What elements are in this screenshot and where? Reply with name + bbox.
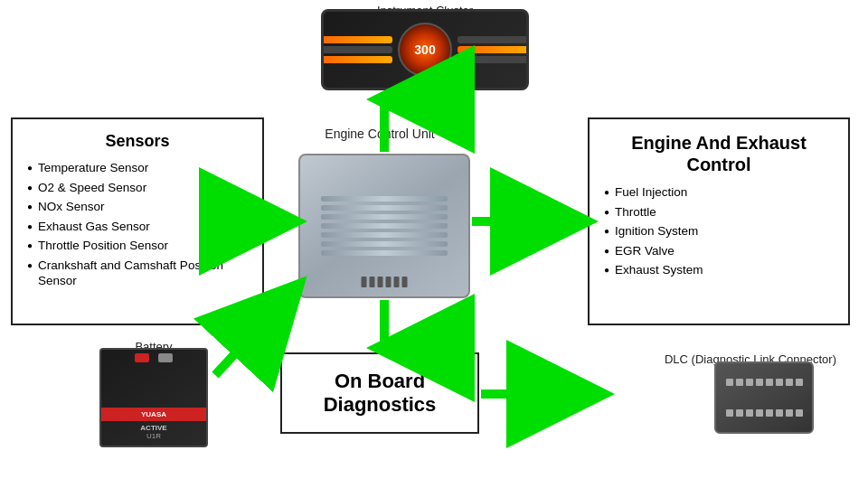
ecu-connector: [362, 277, 408, 287]
ecu-fin: [321, 223, 448, 229]
obd-box: On Board Diagnostics: [280, 352, 479, 434]
list-item: Fuel Injection: [604, 184, 834, 201]
battery-image: YUASA ACTIVE U1R: [99, 348, 208, 447]
connector-pin: [370, 277, 375, 287]
dlc-pin: [786, 379, 793, 386]
list-item: Exhaust Gas Sensor: [27, 219, 248, 235]
cluster-bar: [321, 36, 392, 43]
dlc-pin: [776, 409, 783, 417]
dlc-pin: [786, 409, 793, 417]
engine-exhaust-title: Engine And Exhaust Control: [604, 132, 834, 175]
dlc-pin: [746, 409, 753, 417]
dlc-pin: [776, 379, 783, 386]
instrument-cluster-image: 300: [321, 9, 529, 90]
speedometer-gauge: 300: [398, 23, 452, 77]
list-item: NOx Sensor: [27, 199, 248, 215]
dlc-pin: [736, 409, 743, 417]
ecu-fin: [321, 196, 448, 202]
dlc-pin: [746, 379, 753, 386]
battery-terminals: [135, 350, 173, 362]
cluster-bar: [321, 46, 392, 53]
diagram-container: Instrument Cluster 300 Sensors Temperatu…: [0, 0, 868, 488]
dlc-image: [714, 361, 814, 434]
sensors-title: Sensors: [27, 132, 248, 151]
ecu-fins: [321, 196, 448, 256]
dlc-pin: [766, 409, 773, 417]
connector-pin: [378, 277, 383, 287]
list-item: EGR Valve: [604, 243, 834, 259]
cluster-bar: [458, 46, 529, 53]
battery-series: ACTIVE: [140, 424, 166, 432]
dlc-pin: [796, 409, 803, 417]
connector-pin: [394, 277, 400, 287]
engine-exhaust-list: Fuel Injection Throttle Ignition System …: [604, 184, 834, 278]
connector-pin: [402, 277, 408, 287]
cluster-bar: [458, 56, 529, 63]
battery-model: U1R: [146, 432, 161, 440]
ecu-fin: [321, 250, 448, 256]
engine-exhaust-box: Engine And Exhaust Control Fuel Injectio…: [588, 117, 850, 325]
dlc-pin: [756, 409, 763, 417]
ecu-fin: [321, 214, 448, 220]
dlc-pin: [766, 379, 773, 386]
sensors-list: Temperature Sensor O2 & Speed Sensor NOx…: [27, 160, 248, 289]
ecu-fin: [321, 205, 448, 211]
list-item: Throttle: [604, 204, 834, 221]
list-item: Crankshaft and Camshaft Position Sensor: [27, 258, 248, 289]
ecu-label: Engine Control Unit: [298, 127, 461, 141]
cluster-bar: [321, 56, 392, 63]
dlc-pin: [756, 379, 763, 386]
sensors-box: Sensors Temperature Sensor O2 & Speed Se…: [11, 117, 264, 325]
list-item: Exhaust System: [604, 262, 834, 278]
obd-title: On Board Diagnostics: [282, 370, 477, 418]
ecu-fin: [321, 232, 448, 238]
cluster-bar: [458, 36, 529, 43]
connector-pin: [386, 277, 392, 287]
dlc-pin: [726, 379, 733, 386]
battery-brand: YUASA: [101, 408, 206, 421]
negative-terminal: [158, 353, 173, 362]
gauge-value: 300: [414, 42, 435, 57]
list-item: O2 & Speed Sensor: [27, 180, 248, 196]
connector-pin: [362, 277, 367, 287]
list-item: Throttle Position Sensor: [27, 238, 248, 254]
positive-terminal: [135, 353, 149, 362]
ecu-fin: [321, 241, 448, 247]
list-item: Temperature Sensor: [27, 160, 248, 176]
ecu-image: [298, 154, 470, 298]
dlc-pin: [796, 379, 803, 386]
dlc-pin: [736, 379, 743, 386]
list-item: Ignition System: [604, 223, 834, 239]
dlc-pin: [726, 409, 733, 417]
